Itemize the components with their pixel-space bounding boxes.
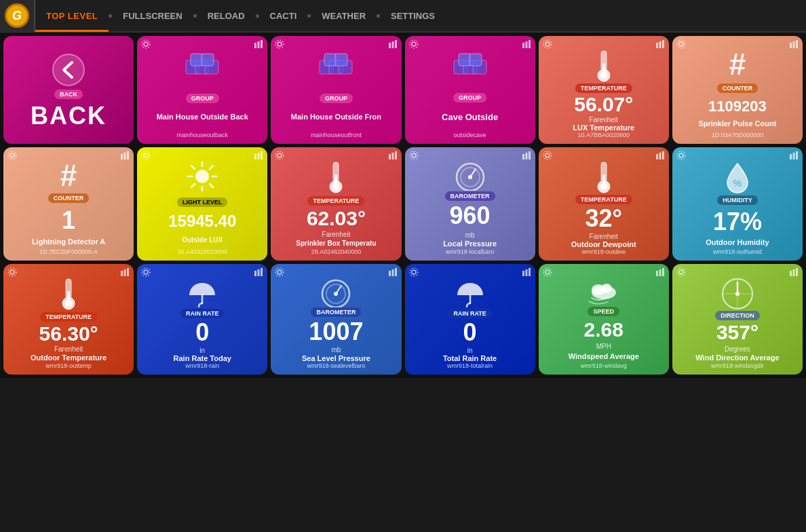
settings-icon[interactable]: [409, 39, 419, 49]
settings-icon[interactable]: [7, 151, 17, 160]
temp1-unit: Farenheit: [590, 116, 618, 124]
settings-icon[interactable]: [7, 267, 17, 277]
svg-point-127: [545, 270, 550, 274]
chart-icon[interactable]: [388, 267, 398, 277]
group1-badge: GROUP: [186, 94, 219, 103]
speed-label: Windspeed Average: [569, 352, 639, 360]
direction-card[interactable]: DIRECTION 357° Degrees Wind Direction Av…: [672, 264, 803, 375]
settings-icon[interactable]: [141, 151, 151, 160]
back-label: BACK: [31, 102, 107, 130]
speed-card[interactable]: SPEED 2.68 MPH Windspeed Average wmr918-…: [539, 264, 669, 375]
chart-icon[interactable]: [120, 151, 130, 160]
svg-point-45: [10, 153, 14, 157]
temp1-card[interactable]: TEMPERATURE 56.07° Farenheit LUX Tempera…: [539, 36, 669, 144]
svg-rect-95: [796, 151, 798, 159]
chart-icon[interactable]: [388, 151, 398, 160]
chart-icon[interactable]: [522, 39, 531, 49]
nav-item-settings[interactable]: SETTINGS: [380, 0, 446, 32]
nav-item-cacti[interactable]: CACTI: [259, 0, 308, 32]
temp2-card[interactable]: TEMPERATURE 62.03° Farenheit Sprinkler B…: [271, 147, 401, 261]
chart-icon[interactable]: [522, 151, 531, 160]
cloud-wind-icon: [586, 278, 621, 305]
svg-point-74: [410, 151, 418, 159]
baro2-card[interactable]: BAROMETER 1007 mb Sea Level Pressure wmr…: [271, 264, 401, 375]
temp2-label: Sprinkler Box Temperatu: [296, 240, 376, 247]
svg-rect-108: [254, 271, 256, 276]
svg-point-98: [8, 268, 16, 276]
compass-icon: [721, 278, 754, 310]
svg-line-120: [336, 286, 341, 294]
temp2-value: 62.03°: [307, 207, 366, 230]
gauge-icon: [454, 161, 486, 191]
svg-rect-3: [254, 43, 256, 48]
chart-icon[interactable]: [254, 151, 263, 160]
svg-rect-130: [659, 269, 661, 276]
settings-icon[interactable]: [275, 151, 284, 160]
group3-sublabel: outsidecave: [454, 132, 486, 138]
svg-point-136: [677, 268, 685, 276]
nav-item-reload[interactable]: RELOAD: [197, 0, 256, 32]
settings-icon[interactable]: [275, 267, 284, 277]
back-card[interactable]: BACK BACK: [3, 36, 134, 144]
svg-point-91: [679, 153, 683, 157]
counter2-card[interactable]: # COUNTER 1 Lightning Detector A 1D.7EC2…: [3, 147, 134, 261]
temp4-card[interactable]: TEMPERATURE 56.30° Farenheit Outdoor Tem…: [3, 264, 134, 375]
baro1-sublabel: wmr918-localbaro: [446, 248, 495, 255]
counter1-card[interactable]: # COUNTER 1109203 Sprinkler Pulse Count …: [672, 36, 803, 144]
settings-icon[interactable]: [409, 151, 419, 160]
chart-icon[interactable]: [655, 39, 665, 49]
svg-point-107: [142, 268, 150, 276]
chart-icon[interactable]: [522, 267, 531, 277]
settings-icon[interactable]: [676, 151, 686, 160]
rainrate1-card[interactable]: RAIN RATE 0 in Rain Rate Today wmr918-ra…: [137, 264, 267, 375]
chart-icon[interactable]: [789, 267, 799, 277]
settings-icon[interactable]: [676, 267, 686, 277]
humidity-card[interactable]: % HUMIDITY 17% Outdoor Humidity wmr918-o…: [672, 147, 803, 261]
settings-icon[interactable]: [141, 39, 151, 49]
temp3-card[interactable]: TEMPERATURE 32° Farenheit Outdoor Dewpoi…: [539, 147, 669, 261]
chart-icon[interactable]: [254, 39, 263, 49]
direction-label: Wind Direction Average: [695, 354, 779, 362]
settings-icon[interactable]: [676, 39, 686, 49]
nav-item-fullscreen[interactable]: FULLSCREEN: [112, 0, 193, 32]
svg-point-97: [10, 270, 14, 274]
settings-icon[interactable]: [141, 267, 151, 277]
svg-rect-129: [656, 271, 658, 276]
svg-rect-110: [261, 268, 263, 276]
counter1-sublabel: 1D.03A70D000000: [712, 132, 764, 138]
svg-point-22: [410, 40, 418, 48]
baro2-sublabel: wmr918-sealevelbaro: [307, 362, 365, 369]
counter2-icon: #: [60, 161, 77, 191]
nav-item-toplevel[interactable]: TOP LEVEL: [35, 0, 109, 32]
settings-icon[interactable]: [275, 39, 284, 49]
chart-icon[interactable]: [120, 267, 130, 277]
chart-icon[interactable]: [655, 267, 665, 277]
svg-rect-23: [522, 43, 524, 48]
settings-icon[interactable]: [543, 39, 552, 49]
svg-rect-49: [127, 151, 129, 159]
temp3-value: 32°: [586, 204, 622, 233]
rainrate2-card[interactable]: RAIN RATE 0 in Total Rain Rate wmr918-to…: [405, 264, 535, 375]
settings-icon[interactable]: [543, 151, 552, 160]
settings-icon[interactable]: [409, 267, 419, 277]
cubes-icon: [318, 51, 353, 82]
group3-card[interactable]: GROUP Cave Outside outsidecave: [405, 36, 535, 144]
chart-icon[interactable]: [388, 39, 398, 49]
lightlevel-card[interactable]: LIGHT LEVEL 15945.40 Outside LUX 26.A433…: [137, 147, 267, 261]
chart-icon[interactable]: [789, 151, 799, 160]
temp1-label: LUX Temperature: [573, 124, 634, 132]
temp3-label: Outdoor Dewpoint: [571, 240, 636, 248]
svg-point-39: [600, 72, 607, 79]
baro1-label: Local Pressure: [443, 240, 497, 248]
chart-icon[interactable]: [789, 39, 799, 49]
nav-item-weather[interactable]: WEATHER: [311, 0, 377, 32]
svg-line-60: [191, 166, 195, 169]
settings-icon[interactable]: [543, 267, 552, 277]
chart-icon[interactable]: [254, 267, 263, 277]
chart-icon[interactable]: [655, 151, 665, 160]
group2-card[interactable]: GROUP Main House Outside Fron mainhouseo…: [271, 36, 401, 144]
svg-rect-138: [793, 269, 795, 276]
thermometer-icon: [57, 278, 80, 311]
group1-card[interactable]: GROUP Main House Outside Back mainhouseo…: [137, 36, 267, 144]
baro1-card[interactable]: BAROMETER 960 mb Local Pressure wmr918-l…: [405, 147, 535, 261]
